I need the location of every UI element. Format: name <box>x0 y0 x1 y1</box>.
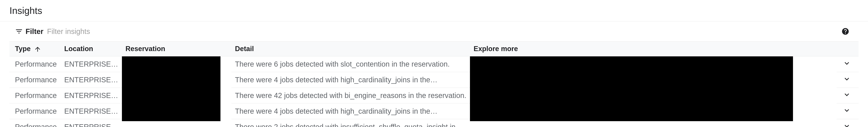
cell-detail: There were 4 jobs detected with high_car… <box>231 72 470 88</box>
page-title: Insights <box>0 0 868 21</box>
redacted-reservation-block <box>122 56 220 121</box>
column-header-location[interactable]: Location <box>61 41 122 56</box>
cell-type: Performance <box>9 88 61 103</box>
chevron-down-icon <box>842 75 851 84</box>
cell-type: Performance <box>9 103 61 119</box>
cell-expand[interactable] <box>837 119 859 127</box>
cell-detail: There were 2 jobs detected with insuffic… <box>231 119 470 127</box>
cell-location: ENTERPRISE… <box>61 103 122 119</box>
cell-detail: There were 42 jobs detected with bi_engi… <box>231 88 470 103</box>
cell-location: ENTERPRISE… <box>61 88 122 103</box>
cell-detail: There were 6 jobs detected with slot_con… <box>231 56 470 72</box>
insights-table: Type Location Reservation Detail Explore… <box>9 41 859 127</box>
filter-input[interactable] <box>47 27 841 36</box>
cell-explore-redacted <box>470 56 837 127</box>
cell-expand[interactable] <box>837 88 859 103</box>
cell-type: Performance <box>9 56 61 72</box>
chevron-down-icon <box>842 59 851 68</box>
column-header-reservation[interactable]: Reservation <box>122 41 231 56</box>
column-header-expand <box>837 41 859 56</box>
sort-ascending-icon <box>34 45 41 53</box>
cell-type: Performance <box>9 72 61 88</box>
column-header-explore[interactable]: Explore more <box>470 41 837 56</box>
filter-icon <box>14 27 23 36</box>
filter-label: Filter <box>26 27 43 36</box>
cell-location: ENTERPRISE… <box>61 119 122 127</box>
filter-bar: Filter <box>0 21 868 41</box>
cell-location: ENTERPRISE… <box>61 72 122 88</box>
table-row: Performance ENTERPRISE… There were 6 job… <box>9 56 859 72</box>
help-icon[interactable] <box>841 27 850 36</box>
cell-expand[interactable] <box>837 103 859 119</box>
column-header-type-label: Type <box>15 45 31 53</box>
chevron-down-icon <box>842 90 851 99</box>
cell-detail: There were 4 jobs detected with high_car… <box>231 103 470 119</box>
cell-expand[interactable] <box>837 72 859 88</box>
cell-expand[interactable] <box>837 56 859 72</box>
cell-type: Performance <box>9 119 61 127</box>
column-header-type[interactable]: Type <box>9 41 61 56</box>
cell-reservation-redacted <box>122 56 231 127</box>
chevron-down-icon <box>842 122 851 127</box>
redacted-explore-block <box>470 56 793 121</box>
chevron-down-icon <box>842 106 851 115</box>
table-header-row: Type Location Reservation Detail Explore… <box>9 41 859 56</box>
column-header-detail[interactable]: Detail <box>231 41 470 56</box>
cell-location: ENTERPRISE… <box>61 56 122 72</box>
